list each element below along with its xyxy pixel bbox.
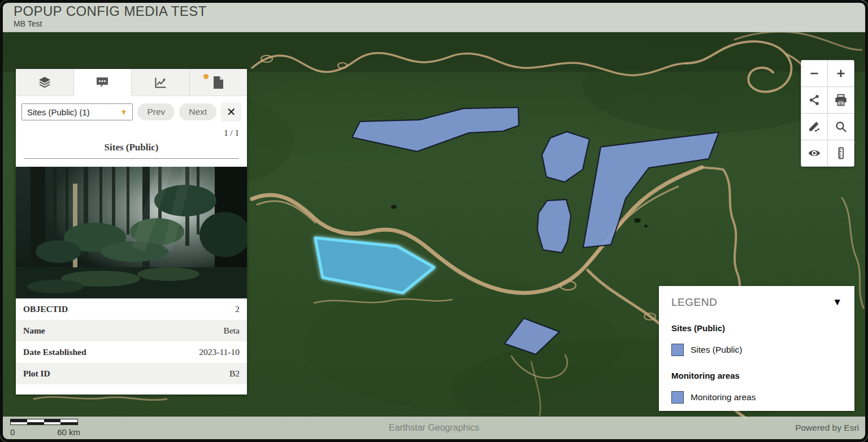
sketch-button[interactable]: [801, 114, 827, 140]
layer-select-value: Sites (Public) (1): [27, 107, 90, 117]
attribute-table: OBJECTID 2 Name Beta Date Established 20…: [16, 298, 247, 395]
table-row: OBJECTID 2: [16, 298, 247, 320]
statusbar: 0 60 km Earthstar Geographics Powered by…: [0, 417, 868, 442]
layer-select[interactable]: Sites (Public) (1) ▼: [21, 103, 133, 120]
legend-item: Monitoring areas: [671, 391, 842, 404]
tab-chart[interactable]: [132, 69, 190, 96]
feature-photo: [16, 167, 247, 298]
close-icon: ✕: [227, 106, 236, 118]
ruler-icon: [834, 146, 848, 160]
sketch-icon: [808, 120, 821, 133]
search-icon: [834, 120, 848, 133]
layers-icon: [37, 75, 52, 90]
legend-item-label: Sites (Public): [691, 345, 742, 355]
legend-swatch: [671, 391, 684, 404]
attribute-label: OBJECTID: [23, 304, 68, 314]
plus-icon: [834, 67, 848, 80]
feature-title: Sites (Public): [16, 142, 247, 153]
popup-controls: Sites (Public) (1) ▼ Prev Next ✕: [16, 96, 247, 124]
forest-photo-art: [16, 167, 247, 298]
page-title: POPUP CONFIG MEDIA TEST: [14, 4, 868, 19]
tab-attachments[interactable]: [190, 69, 248, 96]
legend-title: LEGEND: [671, 296, 717, 309]
share-button[interactable]: [801, 87, 827, 113]
legend-collapse-button[interactable]: ▼: [832, 297, 842, 308]
powered-by-text: Powered by Esri: [795, 423, 859, 433]
measure-button[interactable]: [828, 140, 854, 166]
document-icon: [211, 75, 225, 90]
print-button[interactable]: [828, 87, 854, 113]
print-icon: [834, 93, 848, 107]
chart-icon: [153, 75, 168, 90]
notification-dot: [203, 74, 209, 79]
eye-icon: [807, 146, 822, 161]
page-subtitle: MB Test: [14, 19, 868, 28]
table-row-clipped: [16, 384, 247, 395]
close-button[interactable]: ✕: [221, 102, 241, 122]
attribution-text: Earthstar Geographics: [0, 423, 868, 433]
legend-group-heading: Sites (Public): [671, 323, 842, 333]
table-row: Plot ID B2: [16, 363, 247, 384]
attribute-label: Date Established: [23, 347, 86, 357]
attribute-value: Beta: [224, 326, 240, 336]
comment-icon: [95, 75, 110, 90]
app-window: POPUP CONFIG MEDIA TEST MB Test: [0, 0, 868, 442]
attribute-value: 2: [235, 304, 240, 314]
share-icon: [808, 93, 821, 107]
legend-panel: LEGEND ▼ Sites (Public) Sites (Public) M…: [659, 286, 854, 411]
prev-button[interactable]: Prev: [137, 103, 175, 120]
popup-tab-bar: [16, 69, 247, 96]
popup-panel: Sites (Public) (1) ▼ Prev Next ✕ 1 / 1 S…: [16, 69, 247, 395]
table-row: Name Beta: [16, 320, 247, 341]
chevron-down-icon: ▼: [832, 297, 842, 307]
attribute-value: 2023-11-10: [199, 347, 240, 357]
legend-item-label: Monitoring areas: [691, 392, 756, 402]
chevron-down-icon: ▼: [120, 108, 128, 116]
attribute-label: Plot ID: [23, 369, 50, 379]
app-header: POPUP CONFIG MEDIA TEST MB Test: [0, 0, 868, 32]
table-row: Date Established 2023-11-10: [16, 341, 247, 363]
legend-swatch: [671, 344, 684, 356]
minus-icon: [808, 67, 821, 80]
next-button[interactable]: Next: [179, 103, 216, 120]
zoom-in-button[interactable]: [828, 60, 854, 86]
attribute-label: Name: [23, 326, 45, 336]
title-divider: [24, 158, 239, 159]
search-button[interactable]: [828, 114, 854, 140]
zoom-out-button[interactable]: [801, 60, 827, 86]
visibility-button[interactable]: [801, 140, 827, 166]
monitoring-area-polygon[interactable]: [537, 200, 571, 253]
pagination-label: 1 / 1: [16, 124, 247, 138]
map-toolbar: [801, 60, 854, 167]
legend-item: Sites (Public): [671, 344, 842, 356]
legend-group-heading: Monitoring areas: [671, 371, 842, 380]
tab-layers[interactable]: [16, 69, 74, 96]
tab-popup-comments[interactable]: [74, 69, 132, 96]
attribute-value: B2: [229, 369, 240, 379]
